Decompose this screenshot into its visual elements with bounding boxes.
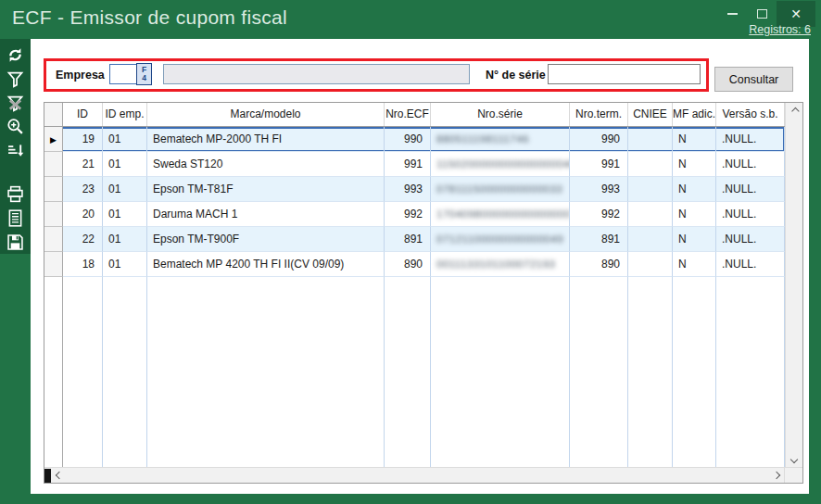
cell-marca[interactable]: Bematech MP 4200 TH FI II(CV 09/09): [147, 252, 385, 277]
cell-id[interactable]: 20: [63, 202, 103, 227]
close-icon: ✕: [790, 7, 802, 20]
scroll-left-button[interactable]: [51, 468, 67, 484]
cell-ecf[interactable]: 891: [385, 227, 431, 252]
scroll-down-button[interactable]: [786, 451, 802, 467]
cell-cniee[interactable]: [628, 127, 673, 152]
refresh-button[interactable]: [0, 44, 31, 68]
cell-id[interactable]: 19: [63, 127, 103, 152]
cell-id[interactable]: 22: [63, 227, 103, 252]
cell-serie[interactable]: 880511198111746: [431, 127, 570, 152]
cell-term[interactable]: 993: [570, 177, 628, 202]
cell-mf[interactable]: N: [673, 127, 716, 152]
cell-versao[interactable]: .NULL.: [716, 177, 785, 202]
cell-versao[interactable]: .NULL.: [716, 202, 785, 227]
cell-cniee[interactable]: [628, 202, 673, 227]
cell-emp[interactable]: 01: [103, 202, 147, 227]
table-row[interactable]: ▶1901Bematech MP-2000 TH FI9908805111981…: [44, 127, 785, 152]
cell-ecf[interactable]: 992: [385, 202, 431, 227]
cell-ecf[interactable]: 990: [385, 127, 431, 152]
minimize-button[interactable]: [717, 1, 747, 27]
cell-term[interactable]: 890: [570, 252, 628, 277]
cell-ecf[interactable]: 993: [385, 177, 431, 202]
toolbar-sidebar: [0, 39, 31, 254]
cell-mf[interactable]: N: [673, 152, 716, 177]
cell-marca[interactable]: Epson TM-T900F: [147, 227, 385, 252]
sort-button[interactable]: [0, 139, 31, 163]
scroll-up-button[interactable]: [786, 103, 802, 119]
cell-mf[interactable]: N: [673, 252, 716, 277]
column-header-versao[interactable]: Versão s.b.: [716, 103, 785, 126]
f4-lookup-button[interactable]: F4: [136, 63, 152, 85]
nro-serie-input[interactable]: [548, 64, 701, 84]
cell-mf[interactable]: N: [673, 227, 716, 252]
cell-term[interactable]: 992: [570, 202, 628, 227]
cell-serie[interactable]: 170409800000000000000: [431, 202, 570, 227]
cell-mf[interactable]: N: [673, 177, 716, 202]
table-row[interactable]: 2201Epson TM-T900F8910712110000000000004…: [44, 227, 785, 252]
cell-cniee[interactable]: [628, 152, 673, 177]
cell-marca[interactable]: Daruma MACH 1: [147, 202, 385, 227]
report-button[interactable]: [0, 207, 31, 231]
cell-id[interactable]: 23: [63, 177, 103, 202]
empresa-code-input[interactable]: [109, 64, 137, 84]
column-header-emp[interactable]: ID emp.: [103, 103, 147, 126]
cell-term[interactable]: 991: [570, 152, 628, 177]
print-button[interactable]: [0, 183, 31, 207]
column-header-id[interactable]: ID: [63, 103, 103, 126]
column-header-term[interactable]: Nro.term.: [570, 103, 628, 126]
table-row[interactable]: 2101Sweda ST1209911150200000000000000046…: [44, 152, 785, 177]
cell-versao[interactable]: .NULL.: [716, 227, 785, 252]
row-selector[interactable]: [44, 227, 63, 252]
cell-emp[interactable]: 01: [103, 177, 147, 202]
table-row[interactable]: 2301Epson TM-T81F99307811150000000000033…: [44, 177, 785, 202]
cell-cniee[interactable]: [628, 177, 673, 202]
row-selector[interactable]: [44, 152, 63, 177]
row-selector[interactable]: [44, 202, 63, 227]
cell-emp[interactable]: 01: [103, 152, 147, 177]
cell-term[interactable]: 891: [570, 227, 628, 252]
cell-serie[interactable]: 1150200000000000000046: [431, 152, 570, 177]
cell-marca[interactable]: Epson TM-T81F: [147, 177, 385, 202]
save-button[interactable]: [0, 230, 31, 254]
cell-emp[interactable]: 01: [103, 252, 147, 277]
cell-id[interactable]: 21: [63, 152, 103, 177]
cell-term[interactable]: 990: [570, 127, 628, 152]
vertical-scrollbar[interactable]: [785, 103, 802, 467]
table-row[interactable]: 2001Daruma MACH 199217040980000000000000…: [44, 202, 785, 227]
consultar-button[interactable]: Consultar: [714, 67, 793, 92]
zoom-button[interactable]: [0, 115, 31, 139]
cell-marca[interactable]: Sweda ST120: [147, 152, 385, 177]
cell-serie[interactable]: 0011133101100072193: [431, 252, 570, 277]
cell-versao[interactable]: .NULL.: [716, 127, 785, 152]
clear-filter-button[interactable]: [0, 91, 31, 115]
column-header-mf[interactable]: MF adic.: [673, 103, 716, 126]
scroll-right-button[interactable]: [768, 468, 784, 484]
cell-mf[interactable]: N: [673, 202, 716, 227]
cell-ecf[interactable]: 890: [385, 252, 431, 277]
horizontal-scroll-thumb[interactable]: [44, 469, 51, 483]
current-row-arrow-icon: ▶: [50, 135, 57, 145]
cell-cniee[interactable]: [628, 252, 673, 277]
registros-link[interactable]: Registros: 6: [749, 23, 811, 36]
cell-versao[interactable]: .NULL.: [716, 252, 785, 277]
cell-versao[interactable]: .NULL.: [716, 152, 785, 177]
row-selector[interactable]: [44, 252, 63, 277]
row-selector[interactable]: [44, 177, 63, 202]
column-header-cniee[interactable]: CNIEE: [628, 103, 673, 126]
table-row[interactable]: 1801Bematech MP 4200 TH FI II(CV 09/09)8…: [44, 252, 785, 277]
horizontal-scrollbar[interactable]: [44, 468, 784, 483]
column-header-serie[interactable]: Nro.série: [431, 103, 570, 126]
column-header-ecf[interactable]: Nro.ECF: [385, 103, 431, 126]
cell-marca[interactable]: Bematech MP-2000 TH FI: [147, 127, 385, 152]
row-selector[interactable]: ▶: [44, 127, 63, 152]
vertical-scroll-track[interactable]: [786, 119, 802, 451]
cell-serie[interactable]: 07121100000000000049: [431, 227, 570, 252]
cell-emp[interactable]: 01: [103, 227, 147, 252]
filter-button[interactable]: [0, 68, 31, 92]
cell-cniee[interactable]: [628, 227, 673, 252]
cell-id[interactable]: 18: [63, 252, 103, 277]
cell-serie[interactable]: 07811150000000000033: [431, 177, 570, 202]
cell-emp[interactable]: 01: [103, 127, 147, 152]
cell-ecf[interactable]: 991: [385, 152, 431, 177]
column-header-marca[interactable]: Marca/modelo: [147, 103, 385, 126]
